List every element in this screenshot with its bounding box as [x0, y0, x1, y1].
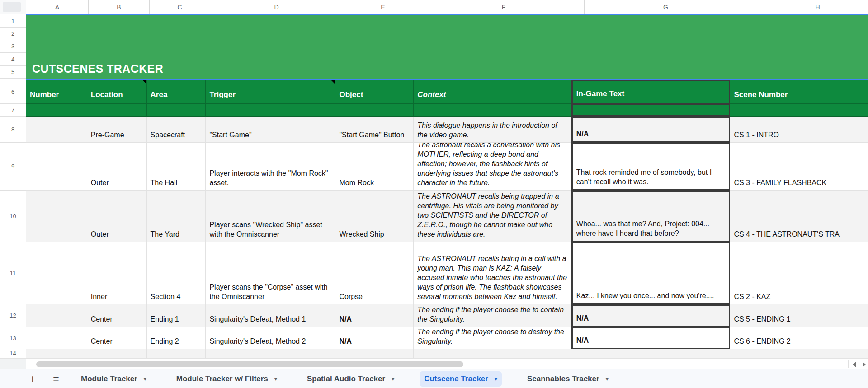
- cell-F6[interactable]: Context: [414, 80, 571, 104]
- cell-E10[interactable]: Wrecked Ship: [335, 191, 414, 242]
- cell-E7[interactable]: [335, 104, 414, 117]
- cell-D10[interactable]: Player scans "Wrecked Ship" asset with t…: [206, 191, 335, 242]
- tab-cutscene-tracker[interactable]: Cutscene Tracker ▾: [420, 371, 502, 387]
- cell-G11[interactable]: Kaz... I knew you once... and now you're…: [571, 242, 731, 304]
- column-header-D[interactable]: D: [210, 0, 343, 14]
- column-header-F[interactable]: F: [423, 0, 585, 14]
- cell-A8[interactable]: [26, 117, 87, 143]
- cell-E6[interactable]: Object: [335, 80, 414, 104]
- cell-F13[interactable]: The ending if the player choose to destr…: [414, 327, 571, 349]
- chevron-down-icon[interactable]: ▾: [606, 376, 609, 382]
- cell-C7[interactable]: [147, 104, 206, 117]
- cell-H8[interactable]: CS 1 - INTRO: [730, 117, 868, 143]
- tab-spatial-audio-tracker[interactable]: Spatial Audio Tracker ▾: [302, 371, 399, 387]
- cell-F11[interactable]: The ASTRONAUT recalls being in a cell wi…: [414, 242, 571, 304]
- cell-D9[interactable]: Player interacts with the "Mom Rock" ass…: [206, 143, 335, 191]
- cell-C9[interactable]: The Hall: [147, 143, 206, 191]
- cell-B9[interactable]: Outer: [87, 143, 147, 191]
- cell-D11[interactable]: Player scans the "Corpse" asset with the…: [206, 242, 335, 304]
- cell-B11[interactable]: Inner: [87, 242, 147, 304]
- cell-G13[interactable]: N/A: [571, 327, 731, 349]
- row-header-2[interactable]: 2: [0, 28, 26, 40]
- column-header-B[interactable]: B: [89, 0, 150, 14]
- cell-G14[interactable]: [571, 349, 731, 358]
- cell-A14[interactable]: [26, 349, 87, 358]
- tab-module-tracker-w-filters[interactable]: Module Tracker w/ Filters ▾: [172, 371, 282, 387]
- row-header-3[interactable]: 3: [0, 40, 26, 53]
- cell-F7[interactable]: [414, 104, 571, 117]
- cell-G8[interactable]: N/A: [571, 117, 731, 143]
- cell-E12[interactable]: N/A: [335, 304, 414, 327]
- cell-A9[interactable]: [26, 143, 87, 191]
- row-header-11[interactable]: 11: [0, 242, 26, 304]
- cell-H6[interactable]: Scene Number: [730, 80, 868, 104]
- row-header-12[interactable]: 12: [0, 304, 26, 327]
- cell-C10[interactable]: The Yard: [147, 191, 206, 242]
- add-sheet-button[interactable]: +: [25, 374, 40, 384]
- cell-G10[interactable]: Whoa... was that me? And, Project: 004..…: [571, 191, 731, 242]
- cell-H10[interactable]: CS 4 - THE ASTRONAUT'S TRA: [730, 191, 868, 242]
- cell-B7[interactable]: [87, 104, 147, 117]
- cell-F9[interactable]: The astronaut recalls a conversation wit…: [414, 143, 571, 191]
- select-all-corner[interactable]: [0, 0, 26, 14]
- horizontal-scrollbar-thumb[interactable]: [36, 361, 463, 367]
- cell-H11[interactable]: CS 2 - KAZ: [730, 242, 868, 304]
- row-header-6[interactable]: 6: [0, 80, 26, 104]
- cell-A7[interactable]: [26, 104, 87, 117]
- column-header-G[interactable]: G: [585, 0, 747, 14]
- row-header-9[interactable]: 9: [0, 143, 26, 191]
- cell-F8[interactable]: This dialogue happens in the introductio…: [414, 117, 571, 143]
- tab-module-tracker[interactable]: Module Tracker ▾: [76, 371, 151, 387]
- row-header-1[interactable]: 1: [0, 14, 26, 28]
- cell-F14[interactable]: [414, 349, 571, 358]
- cell-B8[interactable]: Pre-Game: [87, 117, 147, 143]
- cell-B13[interactable]: Center: [87, 327, 147, 349]
- cell-C8[interactable]: Spacecraft: [147, 117, 206, 143]
- row-header-8[interactable]: 8: [0, 117, 26, 143]
- chevron-down-icon[interactable]: ▾: [144, 376, 146, 382]
- cell-B14[interactable]: [87, 349, 147, 358]
- title-banner-cell[interactable]: CUTSCENES TRACKER: [26, 14, 868, 79]
- chevron-down-icon[interactable]: ▾: [274, 376, 277, 382]
- column-header-E[interactable]: E: [343, 0, 423, 14]
- cell-D6[interactable]: Trigger: [206, 80, 335, 104]
- cell-F10[interactable]: The ASTRONAUT recalls being trapped in a…: [414, 191, 571, 242]
- cell-A11[interactable]: [26, 242, 87, 304]
- cell-B12[interactable]: Center: [87, 304, 147, 327]
- column-header-H[interactable]: H: [747, 0, 868, 14]
- row-header-4[interactable]: 4: [0, 53, 26, 66]
- cell-A12[interactable]: [26, 304, 87, 327]
- cell-F12[interactable]: The ending if the player choose the to c…: [414, 304, 571, 327]
- row-header-14[interactable]: 14: [0, 349, 26, 358]
- cell-E9[interactable]: Mom Rock: [335, 143, 414, 191]
- all-sheets-button[interactable]: ≡: [48, 374, 64, 384]
- cell-A10[interactable]: [26, 191, 87, 242]
- cell-H14[interactable]: [730, 349, 868, 358]
- cell-B6[interactable]: Location: [87, 80, 147, 104]
- cell-C11[interactable]: Section 4: [147, 242, 206, 304]
- cell-H9[interactable]: CS 3 - FAMILY FLASHBACK: [730, 143, 868, 191]
- cell-H12[interactable]: CS 5 - ENDING 1: [730, 304, 868, 327]
- scroll-right-button[interactable]: [859, 361, 868, 368]
- cell-A13[interactable]: [26, 327, 87, 349]
- row-header-7[interactable]: 7: [0, 104, 26, 117]
- cell-G9[interactable]: That rock reminded me of somebody, but I…: [571, 143, 731, 191]
- tab-scannables-tracker[interactable]: Scannables Tracker ▾: [523, 371, 613, 387]
- cell-G6[interactable]: In-Game Text: [571, 80, 731, 104]
- cell-D8[interactable]: "Start Game": [206, 117, 335, 143]
- column-header-C[interactable]: C: [150, 0, 210, 14]
- cell-G12[interactable]: N/A: [571, 304, 731, 327]
- cell-A6[interactable]: Number: [26, 80, 87, 104]
- cell-C12[interactable]: Ending 1: [147, 304, 206, 327]
- cell-D14[interactable]: [206, 349, 335, 358]
- column-header-A[interactable]: A: [26, 0, 89, 14]
- cell-C6[interactable]: Area: [147, 80, 206, 104]
- cell-C13[interactable]: Ending 2: [147, 327, 206, 349]
- chevron-down-icon[interactable]: ▾: [392, 376, 394, 382]
- cell-E11[interactable]: Corpse: [335, 242, 414, 304]
- row-header-10[interactable]: 10: [0, 191, 26, 242]
- cell-H7[interactable]: [730, 104, 868, 117]
- cell-D12[interactable]: Singularity's Defeat, Method 1: [206, 304, 335, 327]
- cell-D7[interactable]: [206, 104, 335, 117]
- scroll-left-button[interactable]: [849, 361, 859, 368]
